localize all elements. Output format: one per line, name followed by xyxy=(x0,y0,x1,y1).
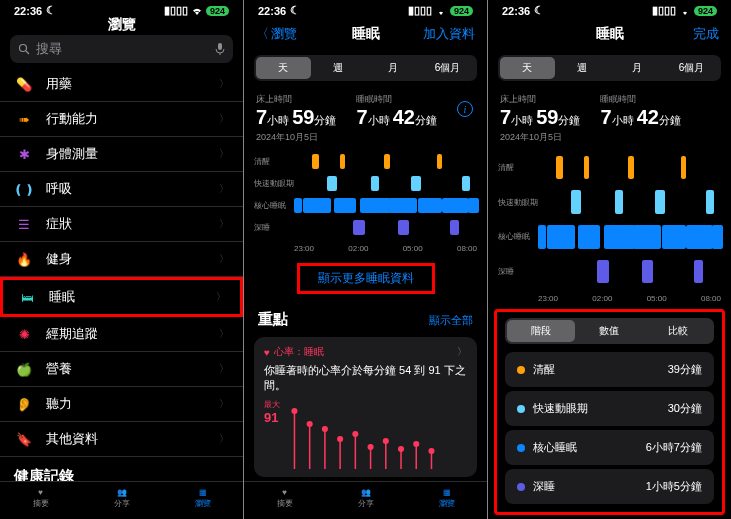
bed-icon: 🛏 xyxy=(17,290,37,305)
show-more-sleep-data[interactable]: 顯示更多睡眠資料 xyxy=(244,255,487,302)
stage-row-rem[interactable]: 快速動眼期30分鐘 xyxy=(505,391,714,426)
tab-bar: ♥摘要 👥分享 ▦瀏覽 xyxy=(0,481,243,519)
stage-value: 1小時5分鐘 xyxy=(646,479,702,494)
segment-6month[interactable]: 6個月 xyxy=(664,57,719,79)
chevron-right-icon: 〉 xyxy=(219,77,229,91)
search-input[interactable]: 搜尋 xyxy=(10,35,233,63)
battery-badge: 924 xyxy=(450,6,473,16)
segment-week[interactable]: 週 xyxy=(555,57,610,79)
chevron-right-icon: 〉 xyxy=(219,217,229,231)
add-data-button[interactable]: 加入資料 xyxy=(423,25,475,43)
segment-6month[interactable]: 6個月 xyxy=(420,57,475,79)
list-item-hearing[interactable]: 👂聽力〉 xyxy=(0,387,243,422)
done-button[interactable]: 完成 xyxy=(693,25,719,43)
list-item-sleep[interactable]: 🛏睡眠〉 xyxy=(0,277,243,317)
chevron-right-icon: 〉 xyxy=(219,432,229,446)
sleep-chart[interactable]: 清醒 快速動眼期 核心睡眠 深睡 23:00 02:00 05:00 08:00 xyxy=(244,150,487,255)
list-item-other[interactable]: 🔖其他資料〉 xyxy=(0,422,243,457)
show-all-link[interactable]: 顯示全部 xyxy=(429,313,473,328)
stage-row-deep[interactable]: 深睡1小時5分鐘 xyxy=(505,469,714,504)
status-bar: 22:36☾ ▮▯▯▯924 xyxy=(488,0,731,19)
list-item-mobility[interactable]: ➠行動能力〉 xyxy=(0,102,243,137)
sleep-time-label: 睡眠時間 xyxy=(600,93,680,106)
battery-badge: 924 xyxy=(694,6,717,16)
sleep-time-value: 7小時 42分鐘 xyxy=(600,106,680,129)
stage-row-core[interactable]: 核心睡眠6小時7分鐘 xyxy=(505,430,714,465)
list-item-cycle[interactable]: ✺經期追蹤〉 xyxy=(0,317,243,352)
chevron-left-icon: 〈 xyxy=(256,25,269,43)
wifi-icon xyxy=(679,6,691,15)
tab-share[interactable]: 👥分享 xyxy=(114,488,130,509)
mic-icon[interactable] xyxy=(215,42,225,56)
screen-sleep: 22:36☾ ▮▯▯▯924 〈瀏覽 睡眠 加入資料 天 週 月 6個月 床上時… xyxy=(244,0,487,519)
list-item-nutrition[interactable]: 🍏營養〉 xyxy=(0,352,243,387)
stage-label-core: 核心睡眠 xyxy=(254,200,294,211)
sleep-time-label: 睡眠時間 xyxy=(356,93,436,106)
stage-label-core: 核心睡眠 xyxy=(498,231,538,242)
bed-time-label: 床上時間 xyxy=(500,93,580,106)
time-range-segment[interactable]: 天 週 月 6個月 xyxy=(498,55,721,81)
nav-bar: 〈瀏覽 睡眠 加入資料 xyxy=(244,19,487,49)
segment-month[interactable]: 月 xyxy=(366,57,421,79)
svg-line-1 xyxy=(26,51,29,54)
chevron-right-icon: 〉 xyxy=(457,345,467,359)
stage-label-rem: 快速動眼期 xyxy=(254,178,294,189)
segment-week[interactable]: 週 xyxy=(311,57,366,79)
category-list: 💊用藥〉 ➠行動能力〉 ✱身體測量〉 ❪❫呼吸〉 ☰症狀〉 🔥健身〉 🛏睡眠〉 … xyxy=(0,67,243,481)
screen-sleep-detail: 22:36☾ ▮▯▯▯924 睡眠 完成 天 週 月 6個月 床上時間 7小時 … xyxy=(488,0,731,519)
dot-icon xyxy=(517,366,525,374)
info-icon[interactable]: i xyxy=(457,101,473,117)
body-icon: ✱ xyxy=(14,147,34,162)
nav-bar: 瀏覽 xyxy=(0,19,243,31)
tab-browse[interactable]: ▦瀏覽 xyxy=(195,488,211,509)
lungs-icon: ❪❫ xyxy=(14,182,34,197)
chevron-right-icon: 〉 xyxy=(219,252,229,266)
heart-rate-card[interactable]: ♥心率：睡眠 〉 你睡著時的心率介於每分鐘 54 到 91 下之間。 最大91 xyxy=(254,337,477,477)
chevron-right-icon: 〉 xyxy=(219,397,229,411)
moon-icon: ☾ xyxy=(534,4,544,17)
battery-badge: 924 xyxy=(206,6,229,16)
stage-value: 6小時7分鐘 xyxy=(646,440,702,455)
nav-bar: 睡眠 完成 xyxy=(488,19,731,49)
sleep-chart[interactable]: 清醒 快速動眼期 核心睡眠 深睡 23:00 02:00 05:00 08:00 xyxy=(488,150,731,305)
stage-detail-panel: 階段 數值 比較 清醒39分鐘 快速動眼期30分鐘 核心睡眠6小時7分鐘 深睡1… xyxy=(494,309,725,515)
grid-icon: ▦ xyxy=(199,488,207,497)
bed-time-value: 7小時 59分鐘 xyxy=(256,106,336,129)
ear-icon: 👂 xyxy=(14,397,34,412)
tab-browse[interactable]: ▦瀏覽 xyxy=(439,488,455,509)
list-item-medication[interactable]: 💊用藥〉 xyxy=(0,67,243,102)
status-time: 22:36 xyxy=(258,5,286,17)
tab-summary[interactable]: ♥摘要 xyxy=(33,488,49,509)
detail-tab-compare[interactable]: 比較 xyxy=(644,320,712,342)
status-bar: 22:36☾ ▮▯▯▯924 xyxy=(244,0,487,19)
hr-card-title: ♥心率：睡眠 xyxy=(264,345,324,359)
bed-time-value: 7小時 59分鐘 xyxy=(500,106,580,129)
detail-tab-values[interactable]: 數值 xyxy=(575,320,643,342)
tab-share[interactable]: 👥分享 xyxy=(358,488,374,509)
chevron-right-icon: 〉 xyxy=(219,327,229,341)
list-item-symptoms[interactable]: ☰症狀〉 xyxy=(0,207,243,242)
segment-day[interactable]: 天 xyxy=(500,57,555,79)
screen-browse: 22:36☾ ▮▯▯▯ 924 瀏覽 搜尋 💊用藥〉 ➠行動能力〉 ✱身體測量〉… xyxy=(0,0,243,519)
list-item-respiratory[interactable]: ❪❫呼吸〉 xyxy=(0,172,243,207)
segment-month[interactable]: 月 xyxy=(610,57,665,79)
back-button[interactable]: 〈瀏覽 xyxy=(256,25,297,43)
dot-icon xyxy=(517,483,525,491)
list-item-fitness[interactable]: 🔥健身〉 xyxy=(0,242,243,277)
detail-tab-stages[interactable]: 階段 xyxy=(507,320,575,342)
time-range-segment[interactable]: 天 週 月 6個月 xyxy=(254,55,477,81)
page-title: 睡眠 xyxy=(596,25,624,43)
segment-day[interactable]: 天 xyxy=(256,57,311,79)
stage-row-awake[interactable]: 清醒39分鐘 xyxy=(505,352,714,387)
list-item-body[interactable]: ✱身體測量〉 xyxy=(0,137,243,172)
chevron-right-icon: 〉 xyxy=(219,112,229,126)
grid-icon: ▦ xyxy=(443,488,451,497)
chevron-right-icon: 〉 xyxy=(219,182,229,196)
detail-tab-segment[interactable]: 階段 數值 比較 xyxy=(505,318,714,344)
status-time: 22:36 xyxy=(14,5,42,17)
tab-summary[interactable]: ♥摘要 xyxy=(277,488,293,509)
flame-icon: ➠ xyxy=(14,112,34,127)
chevron-right-icon: 〉 xyxy=(216,290,226,304)
people-icon: 👥 xyxy=(117,488,127,497)
signal-icon: ▮▯▯▯ xyxy=(652,4,676,17)
